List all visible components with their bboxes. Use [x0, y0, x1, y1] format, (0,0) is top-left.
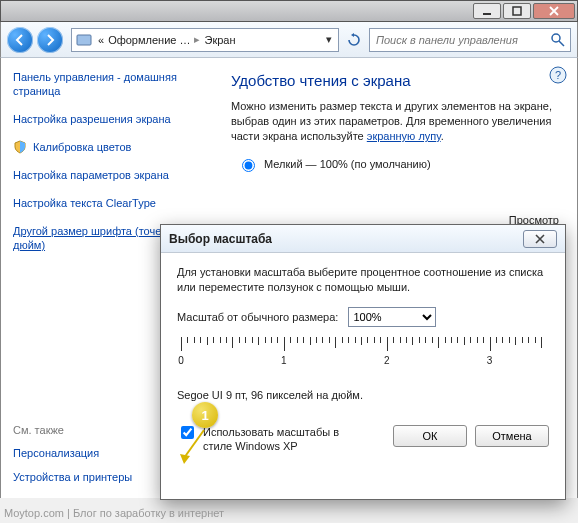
address-bar[interactable]: « Оформление … ▸ Экран ▾ [71, 28, 339, 52]
search-box[interactable] [369, 28, 571, 52]
explorer-toolbar: « Оформление … ▸ Экран ▾ [0, 22, 578, 58]
shield-icon [13, 140, 27, 154]
description-tail: . [441, 130, 444, 142]
custom-dpi-dialog: Выбор масштаба Для установки масштаба вы… [160, 224, 566, 500]
size-radio-small-label: Мелкий — 100% (по умолчанию) [264, 158, 431, 170]
scale-dropdown[interactable]: 100% [348, 307, 436, 327]
dialog-instruction: Для установки масштаба выберите процентн… [177, 265, 549, 295]
xp-style-checkbox-label: Использовать масштабы в стиле Windows XP [203, 425, 357, 453]
page-title: Удобство чтения с экрана [231, 72, 563, 89]
svg-rect-1 [513, 7, 521, 15]
close-button[interactable] [533, 3, 575, 19]
font-sample: Segoe UI 9 пт, 96 пикселей на дюйм. [177, 389, 549, 401]
xp-style-checkbox-row[interactable]: Использовать масштабы в стиле Windows XP [177, 425, 357, 453]
chevron-right-icon[interactable]: ▸ [194, 33, 200, 46]
address-dropdown-icon[interactable]: ▾ [320, 33, 338, 46]
svg-text:?: ? [555, 69, 561, 81]
cancel-button[interactable]: Отмена [475, 425, 549, 447]
ok-button[interactable]: ОК [393, 425, 467, 447]
page-description: Можно изменить размер текста и других эл… [231, 99, 563, 144]
dialog-title-text: Выбор масштаба [169, 232, 272, 246]
control-panel-home-link[interactable]: Панель управления - домашняя страница [13, 70, 207, 98]
breadcrumb-1[interactable]: Оформление … [106, 34, 192, 46]
sidebar-link-display-params[interactable]: Настройка параметров экрана [13, 168, 207, 182]
sidebar-link-cleartype[interactable]: Настройка текста ClearType [13, 196, 207, 210]
svg-rect-0 [483, 13, 491, 15]
callout-marker-1: 1 [192, 402, 218, 428]
forward-button[interactable] [37, 27, 63, 53]
xp-style-checkbox[interactable] [181, 426, 194, 439]
window-titlebar [0, 0, 578, 22]
maximize-button[interactable] [503, 3, 531, 19]
ruler-label: 3 [487, 355, 493, 366]
sidebar-link-calibration-label: Калибровка цветов [33, 140, 131, 154]
dialog-close-button[interactable] [523, 230, 557, 248]
folder-icon [76, 32, 92, 48]
magnifier-link[interactable]: экранную лупу [367, 130, 441, 142]
back-button[interactable] [7, 27, 33, 53]
watermark: Moytop.com | Блог по заработку в интерне… [4, 507, 224, 519]
ruler[interactable]: 0123 [181, 337, 545, 381]
svg-rect-2 [77, 35, 91, 45]
help-icon[interactable]: ? [549, 66, 567, 84]
dialog-titlebar: Выбор масштаба [161, 225, 565, 253]
ruler-label: 0 [178, 355, 184, 366]
refresh-button[interactable] [343, 29, 365, 51]
search-input[interactable] [374, 33, 550, 47]
breadcrumb-2[interactable]: Экран [202, 34, 237, 46]
ruler-label: 2 [384, 355, 390, 366]
minimize-button[interactable] [473, 3, 501, 19]
size-option-small[interactable]: Мелкий — 100% (по умолчанию) [237, 156, 563, 172]
search-icon[interactable] [550, 32, 566, 48]
svg-point-3 [552, 34, 560, 42]
dialog-footer: Использовать масштабы в стиле Windows XP… [161, 421, 565, 465]
svg-line-4 [559, 41, 564, 46]
breadcrumb-prefix: « [96, 34, 106, 46]
ruler-label: 1 [281, 355, 287, 366]
scale-label: Масштаб от обычного размера: [177, 311, 338, 323]
dialog-body: Для установки масштаба выберите процентн… [161, 253, 565, 421]
sidebar-link-calibration[interactable]: Калибровка цветов [13, 140, 207, 154]
sidebar-link-resolution[interactable]: Настройка разрешения экрана [13, 112, 207, 126]
size-radio-small[interactable] [242, 159, 255, 172]
